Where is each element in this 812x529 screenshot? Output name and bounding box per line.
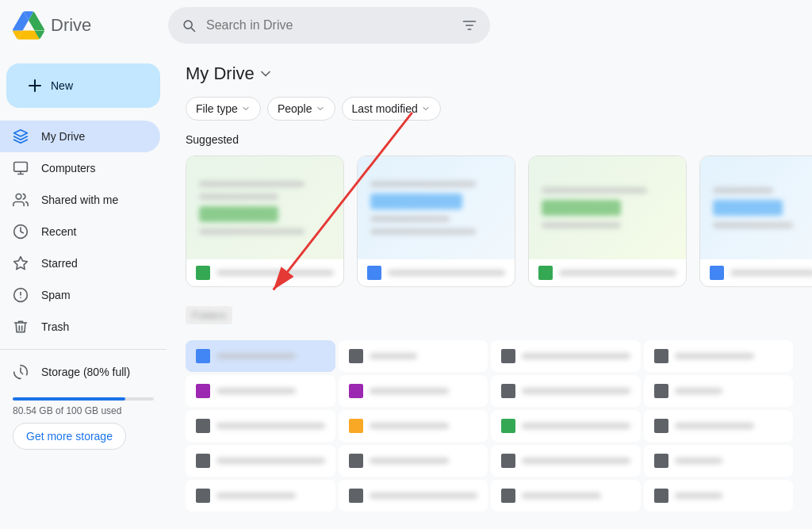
file-row[interactable] [186,340,335,372]
computers-icon [13,160,29,176]
file-row[interactable] [491,445,641,477]
sidebar-item-spam[interactable]: Spam [0,279,160,311]
search-icon [181,17,197,33]
file-row[interactable] [644,410,794,442]
sidebar-item-trash-label: Trash [41,320,69,333]
file-icon [349,419,363,433]
file-icon [654,454,668,468]
file-icon [501,349,515,363]
filter-row: File type People Last modified [186,97,793,121]
sidebar-item-starred[interactable]: Starred [0,247,160,279]
suggested-grid [186,155,793,287]
file-icon [349,384,363,398]
file-row[interactable] [186,480,335,512]
suggested-card-4[interactable] [699,155,812,287]
file-row[interactable] [339,410,488,442]
storage-icon [13,364,29,380]
suggested-card-4-preview [700,156,812,259]
sidebar-item-recent-label: Recent [41,225,76,238]
sidebar-item-shared-with-me[interactable]: Shared with me [0,184,160,216]
file-row[interactable] [644,445,794,477]
file-icon [654,419,668,433]
file-row[interactable] [644,340,794,372]
suggested-card-3-preview [529,156,686,259]
storage-section: 80.54 GB of 100 GB used Get more storage [0,391,167,456]
get-more-storage-button[interactable]: Get more storage [13,423,126,450]
filter-chip-file-type[interactable]: File type [186,97,261,121]
my-drive-icon [13,128,29,144]
file-icon [349,349,363,363]
file-name [370,423,449,429]
sidebar-item-storage[interactable]: Storage (80% full) [0,356,160,388]
search-bar[interactable] [168,7,490,44]
file-icon [654,489,668,503]
sidebar-divider [0,349,167,350]
file-row[interactable] [339,340,488,372]
file-name [675,423,754,429]
filter-chip-last-modified-label: Last modified [352,102,418,115]
sidebar: New My Drive Computer [0,51,167,529]
file-name [675,493,722,499]
file-row[interactable] [491,480,641,512]
file-name [216,458,325,464]
files-section-label: Folders [192,309,226,321]
suggested-card-1-preview [186,156,343,259]
file-name [522,493,601,499]
file-row[interactable] [186,445,335,477]
new-button[interactable]: New [6,63,160,108]
file-icon [501,419,515,433]
filter-icon[interactable] [462,17,477,33]
file-row[interactable] [644,375,794,407]
file-row[interactable] [491,375,641,407]
file-row[interactable] [491,340,641,372]
file-icon [196,419,210,433]
file-row[interactable] [339,480,488,512]
filter-chip-people[interactable]: People [267,97,335,121]
suggested-card-2-footer [358,259,515,286]
file-row[interactable] [339,375,488,407]
suggested-card-2-icon [367,266,381,280]
suggested-card-2[interactable] [357,155,515,287]
file-icon [654,349,668,363]
content-header: My Drive [186,63,793,84]
file-name [216,493,296,499]
file-name [370,353,417,359]
file-name [370,458,449,464]
sidebar-item-trash[interactable]: Trash [0,311,160,343]
filter-chip-people-arrow [316,104,325,113]
sidebar-item-recent[interactable]: Recent [0,216,160,247]
recent-icon [13,224,29,240]
logo-area: Drive [13,10,155,41]
file-icon [349,454,363,468]
file-row[interactable] [491,410,641,442]
sidebar-item-computers[interactable]: Computers [0,152,160,184]
file-name [370,388,449,394]
file-row[interactable] [644,480,794,512]
suggested-card-3-name [559,270,676,276]
sidebar-item-spam-label: Spam [41,289,71,301]
file-icon [501,384,515,398]
file-row[interactable] [186,410,335,442]
new-button-label: New [51,79,73,92]
sidebar-item-starred-label: Starred [41,257,78,270]
suggested-card-1-name [216,270,334,276]
file-name [216,388,296,394]
filter-chip-last-modified[interactable]: Last modified [342,97,441,121]
suggested-card-4-footer [700,259,812,286]
title-dropdown-icon[interactable] [258,66,274,82]
drive-logo-icon [13,10,44,41]
suggested-card-3[interactable] [528,155,687,287]
suggested-card-1[interactable] [186,155,344,287]
sidebar-item-my-drive[interactable]: My Drive [0,121,160,152]
storage-bar-container [13,397,154,401]
suggested-card-4-icon [710,266,724,280]
suggested-card-3-icon [538,266,553,280]
file-name [216,423,325,429]
file-icon [501,454,515,468]
search-input[interactable] [206,18,452,33]
suggested-card-3-footer [529,259,686,286]
file-row[interactable] [339,445,488,477]
file-row[interactable] [186,375,335,407]
sidebar-item-computers-label: Computers [41,162,95,174]
svg-rect-0 [14,163,28,172]
